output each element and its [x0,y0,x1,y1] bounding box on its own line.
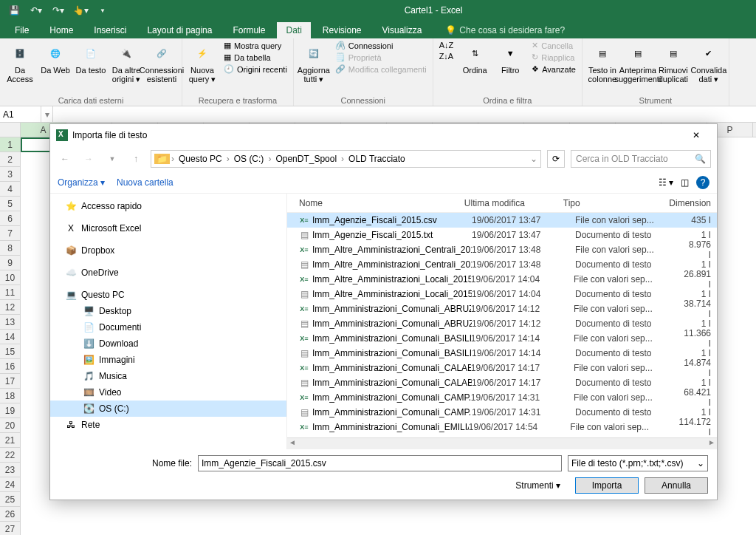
tab-file[interactable]: File [6,22,38,38]
row-header[interactable]: 18 [0,389,20,403]
from-access-button[interactable]: 🗄️Da Access [3,40,37,85]
tab-inserisci[interactable]: Inserisci [85,22,135,38]
file-row[interactable]: X≡Imm_Altre_Amministrazioni_Centrali_201… [287,242,717,257]
horizontal-scrollbar[interactable] [287,437,717,449]
breadcrumb[interactable]: 📁 › Questo PC› OS (C:)› OpenDT_Spool› OL… [151,150,541,168]
from-other-button[interactable]: 🔌Da altre origini ▾ [109,40,143,85]
row-header[interactable]: 27 [0,522,20,535]
name-box[interactable]: A1 [0,106,41,122]
existing-connections-button[interactable]: 🔗Connessioni esistenti [145,40,179,85]
organize-button[interactable]: Organizza ▾ [58,177,105,188]
show-queries-button[interactable]: ▦Mostra query [221,40,290,51]
row-header[interactable]: 19 [0,403,20,418]
row-header[interactable]: 8 [0,241,20,256]
col-size[interactable]: Dimension [669,198,717,208]
sort-az-button[interactable]: A↓Z [436,40,457,50]
row-header[interactable]: 17 [0,374,20,389]
row-header[interactable]: 25 [0,492,20,507]
file-list-header[interactable]: Nome Ultima modifica Tipo Dimension [287,194,717,213]
row-header[interactable]: 11 [0,285,20,300]
advanced-filter-button[interactable]: ❖Avanzate [529,64,579,75]
undo-icon[interactable]: ↶▾ [28,2,44,18]
tree-item[interactable]: 💻Questo PC [50,287,286,303]
flash-fill-button[interactable]: ▤Anteprima suggerimenti [621,40,655,85]
tab-revisione[interactable]: Revisione [314,22,371,38]
col-date[interactable]: Ultima modifica [464,198,563,208]
file-row[interactable]: X≡Imm_Altre_Amministrazioni_Locali_2015.… [287,272,717,287]
row-header[interactable]: 14 [0,330,20,344]
file-row[interactable]: X≡Imm_Amministrazioni_Comunali_CALAB...1… [287,361,717,375]
search-input[interactable]: Cerca in OLD Tracciato 🔍 [571,150,711,168]
new-query-button[interactable]: ⚡Nuova query ▾ [185,40,219,85]
refresh-all-button[interactable]: 🔄Aggiorna tutti ▾ [297,40,331,85]
tree-item[interactable]: 💽OS (C:) [50,401,286,417]
col-name[interactable]: Nome [287,198,464,208]
tab-visualizza[interactable]: Visualizza [374,22,431,38]
tab-formule[interactable]: Formule [224,22,274,38]
up-button[interactable]: ↑ [127,150,145,168]
cancel-button[interactable]: Annulla [645,477,708,494]
row-header[interactable]: 23 [0,463,20,477]
col-type[interactable]: Tipo [563,198,670,208]
row-header[interactable]: 4 [0,182,20,197]
tree-item[interactable]: 📦Dropbox [50,242,286,259]
file-row[interactable]: ▤Imm_Altre_Amministrazioni_Locali_2015..… [287,287,717,301]
tree-item[interactable]: ⭐Accesso rapido [50,198,286,214]
touch-mode-icon[interactable]: 👆▾ [72,2,89,18]
row-header[interactable]: 7 [0,226,20,241]
file-row[interactable]: X≡Imm_Agenzie_Fiscali_2015.csv19/06/2017… [287,213,717,228]
sort-button[interactable]: ⇅Ordina [458,40,492,76]
data-validation-button[interactable]: ✔Convalida dati ▾ [692,40,726,85]
file-row[interactable]: ▤Imm_Agenzie_Fiscali_2015.txt19/06/2017 … [287,228,717,242]
row-header[interactable]: 20 [0,418,20,433]
row-header[interactable]: 5 [0,197,20,211]
forward-button[interactable]: → [80,150,97,168]
row-header[interactable]: 24 [0,477,20,492]
qat-customize-icon[interactable]: ▼ [94,2,111,18]
from-table-button[interactable]: ▦Da tabella [221,52,290,63]
preview-pane-icon[interactable]: ◫ [681,177,689,188]
tree-item[interactable]: XMicrosoft Excel [50,220,286,236]
tree-item[interactable]: 🎵Musica [50,368,286,384]
close-button[interactable]: ✕ [681,126,711,144]
row-header[interactable]: 16 [0,359,20,374]
save-icon[interactable]: 💾 [6,2,22,18]
row-header[interactable]: 9 [0,256,20,270]
clear-filter-button[interactable]: ✕Cancella [529,40,579,51]
tree-item[interactable]: 🖼️Immagini [50,352,286,368]
row-header[interactable]: 12 [0,300,20,315]
row-header[interactable]: 2 [0,152,20,167]
refresh-button[interactable]: ⟳ [547,150,565,168]
row-header[interactable]: 26 [0,507,20,522]
file-row[interactable]: ▤Imm_Amministrazioni_Comunali_BASILI...1… [287,346,717,361]
tree-item[interactable]: 📄Documenti [50,319,286,335]
row-header[interactable]: 13 [0,315,20,330]
formula-bar[interactable] [53,106,756,122]
name-box-dropdown-icon[interactable]: ▾ [41,106,53,122]
edit-links-button[interactable]: 🔗Modifica collegamenti [332,64,430,75]
file-row[interactable]: ▤Imm_Altre_Amministrazioni_Centrali_201.… [287,257,717,272]
filter-button[interactable]: ▼Filtro [493,40,527,76]
file-row[interactable]: ▤Imm_Amministrazioni_Comunali_ABRUZ...19… [287,316,717,331]
filename-input[interactable] [198,455,562,471]
row-header[interactable]: 21 [0,433,20,448]
tree-item[interactable]: ⬇️Download [50,335,286,352]
file-row[interactable]: X≡Imm_Amministrazioni_Comunali_CAMP...19… [287,390,717,405]
chevron-down-icon[interactable]: ⌄ [530,154,537,164]
redo-icon[interactable]: ↷▾ [50,2,66,18]
file-row[interactable]: ▤Imm_Amministrazioni_Comunali_CAMP...19/… [287,405,717,420]
file-row[interactable]: X≡Imm_Amministrazioni_Comunali_EMILIA...… [287,420,717,435]
file-row[interactable]: X≡Imm_Amministrazioni_Comunali_BASILI...… [287,331,717,346]
tree-item[interactable]: 🖧Rete [50,417,286,433]
file-list[interactable]: X≡Imm_Agenzie_Fiscali_2015.csv19/06/2017… [287,213,717,437]
tab-layout[interactable]: Layout di pagina [138,22,221,38]
tree-item[interactable]: 🎞️Video [50,384,286,401]
row-header[interactable]: 1 [0,137,20,152]
row-header[interactable]: 6 [0,211,20,226]
from-web-button[interactable]: 🌐Da Web [38,40,72,76]
help-icon[interactable]: ? [696,176,709,189]
remove-duplicates-button[interactable]: ▤Rimuovi duplicati [656,40,690,85]
sort-za-button[interactable]: Z↓A [436,51,457,61]
row-header[interactable]: 15 [0,344,20,359]
properties-button[interactable]: 🗒️Proprietà [332,52,430,63]
